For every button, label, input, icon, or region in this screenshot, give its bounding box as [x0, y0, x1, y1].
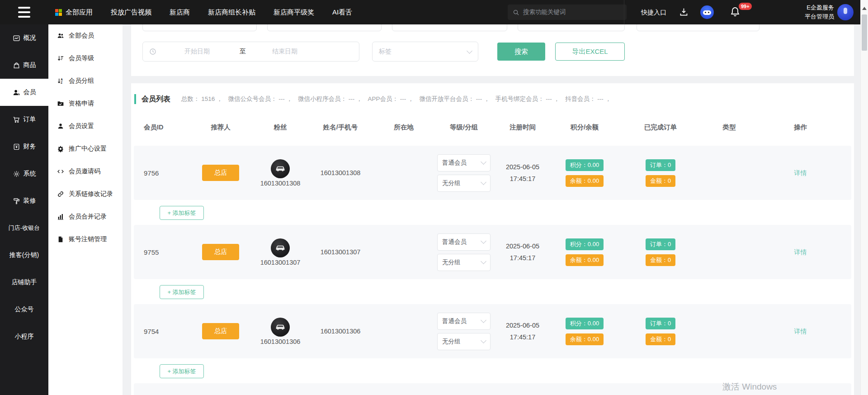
orders-amount-cell: 订单：0 金额：0 [612, 318, 709, 345]
level-select[interactable]: 普通会员 [437, 313, 491, 330]
export-excel-button[interactable]: 导出EXCEL [555, 43, 625, 61]
level-group-cell: 普通会员 无分组 [439, 313, 488, 350]
referrer-badge[interactable]: 总店 [202, 323, 239, 339]
member-groups-icon: AZ [57, 77, 64, 85]
chevron-down-icon [481, 317, 486, 323]
apps-grid-icon [55, 9, 62, 16]
tag-select[interactable]: 标签 [372, 42, 478, 62]
stat-app: APP会员： --- ， [368, 95, 414, 103]
search-button[interactable]: 搜索 [497, 43, 545, 61]
chevron-down-icon [467, 48, 472, 54]
fans-cell: 16013001307 [248, 238, 313, 266]
nav-leader-subsidy[interactable]: 新店商组长补贴 [208, 8, 255, 17]
member-id: 9754 [134, 328, 193, 335]
detail-link[interactable]: 详情 [794, 248, 807, 256]
page-scrollbar[interactable] [860, 0, 868, 395]
submenu-invite-code[interactable]: 会员邀请码 [48, 160, 123, 183]
overview-icon [13, 34, 20, 42]
register-time: 2025-06-0517:45:17 [488, 161, 557, 185]
scroll-up-arrow-icon[interactable] [862, 7, 867, 10]
submenu-account-cancellation[interactable]: 账号注销管理 [48, 228, 123, 251]
add-tag-button[interactable]: + 添加标签 [160, 364, 204, 378]
submenu-qualification[interactable]: 资格申请 [48, 92, 123, 115]
amount-tag: 金额：0 [646, 333, 675, 345]
assistant-robot-icon[interactable] [700, 5, 714, 19]
chevron-down-icon [481, 238, 486, 244]
menu-hamburger-icon[interactable] [18, 7, 30, 18]
scrollbar-thumb[interactable] [862, 14, 867, 51]
member-avatar[interactable] [271, 159, 290, 178]
sidebar-item-shop-assistant[interactable]: 店铺助手 [0, 269, 48, 296]
referrer-badge[interactable]: 总店 [202, 165, 239, 181]
sidebar-item-official-account[interactable]: 公众号 [0, 296, 48, 323]
global-search-input[interactable]: 搜索功能关键词 [508, 5, 627, 20]
date-range-picker[interactable]: 开始日期 至 结束日期 [142, 42, 359, 62]
submenu-member-levels[interactable]: 会员等级 [48, 47, 123, 70]
relation-link-icon [57, 190, 64, 198]
level-select[interactable]: 普通会员 [437, 154, 491, 171]
level-select[interactable]: 普通会员 [437, 233, 491, 251]
stat-mini-program: 微信小程序会员： --- ， [298, 95, 363, 103]
svg-text:Z: Z [61, 81, 62, 84]
user-info[interactable]: E企盈服务 平台管理员 [805, 3, 834, 21]
group-select[interactable]: 无分组 [437, 254, 491, 271]
sidebar-item-mini-program[interactable]: 小程序 [0, 323, 48, 350]
user-org: E企盈服务 [805, 3, 834, 12]
clock-icon [149, 48, 156, 55]
group-select[interactable]: 无分组 [437, 175, 491, 192]
download-icon[interactable] [679, 7, 689, 19]
main-sidebar: 概况 商品 会员 订单 财务 系统 装修 门店-收银台 推客(分销) 店铺助手 … [0, 24, 48, 395]
account-file-icon [57, 236, 64, 243]
submenu-relation-log[interactable]: 关系链修改记录 [48, 183, 123, 205]
submenu-member-groups[interactable]: AZ 会员分组 [48, 70, 123, 92]
member-avatar[interactable] [271, 238, 290, 257]
detail-link[interactable]: 详情 [794, 328, 807, 335]
orders-amount-cell: 订单：0 金额：0 [612, 238, 709, 266]
group-select[interactable]: 无分组 [437, 333, 491, 350]
sidebar-item-orders[interactable]: 订单 [0, 106, 48, 133]
table-body: 9756 总店 16013001308 16013001308 普通会员 无分组… [134, 146, 851, 395]
table-header: 会员ID推荐人 粉丝姓名/手机号 所在地等级/分组 注册时间积分/余额 已完成订… [134, 123, 851, 132]
sidebar-item-products[interactable]: 商品 [0, 52, 48, 79]
search-placeholder: 搜索功能关键词 [523, 8, 566, 16]
detail-link[interactable]: 详情 [794, 169, 807, 176]
member-avatar[interactable] [271, 318, 290, 337]
sidebar-item-system[interactable]: 系统 [0, 160, 48, 187]
nav-new-shop[interactable]: 新店商 [170, 8, 190, 17]
nav-ai-tongue[interactable]: AI看舌 [332, 8, 352, 17]
title-accent-bar [134, 94, 136, 104]
sidebar-item-members[interactable]: 会员 [0, 79, 48, 106]
points-tag: 积分：0.00 [566, 318, 604, 329]
nav-level-award[interactable]: 新店商平级奖 [274, 8, 314, 17]
sidebar-item-finance[interactable]: 财务 [0, 133, 48, 160]
chevron-down-icon [481, 258, 486, 264]
nav-all-apps[interactable]: 全部应用 [55, 8, 93, 17]
list-title: 会员列表 [142, 95, 170, 104]
submenu-member-settings[interactable]: 会员设置 [48, 115, 123, 138]
sidebar-item-decorate[interactable]: 装修 [0, 187, 48, 214]
balance-tag: 余额：0.00 [566, 333, 604, 345]
stat-open-platform: 微信开放平台会员： --- ， [420, 95, 490, 103]
user-avatar[interactable] [837, 4, 854, 20]
stat-total: 总数： 1516 ， [181, 95, 223, 103]
fans-cell: 16013001306 [248, 318, 313, 345]
add-tag-button[interactable]: + 添加标签 [160, 206, 204, 220]
sidebar-item-distribution[interactable]: 推客(分销) [0, 242, 48, 269]
member-id: 9755 [134, 248, 193, 256]
quick-entry-link[interactable]: 快捷入口 [641, 0, 666, 24]
tag-placeholder: 标签 [379, 48, 392, 56]
member-levels-icon [57, 55, 64, 62]
referrer-badge[interactable]: 总店 [202, 244, 239, 260]
submenu-all-members[interactable]: 全部会员 [48, 24, 123, 47]
submenu-merge-log[interactable]: 会员合并记录 [48, 205, 123, 228]
nav-ad-video[interactable]: 投放广告视频 [111, 8, 151, 17]
submenu-promotion-settings[interactable]: 推广中心设置 [48, 138, 123, 160]
sidebar-item-overview[interactable]: 概况 [0, 24, 48, 52]
nav-label: 全部应用 [66, 8, 93, 17]
sidebar-item-pos[interactable]: 门店-收银台 [0, 214, 48, 242]
member-name: 16013001306 [313, 328, 368, 335]
topbar-divider [624, 0, 624, 24]
add-tag-button[interactable]: + 添加标签 [160, 285, 204, 299]
user-role: 平台管理员 [805, 12, 834, 21]
orders-tag: 订单：0 [646, 238, 675, 250]
